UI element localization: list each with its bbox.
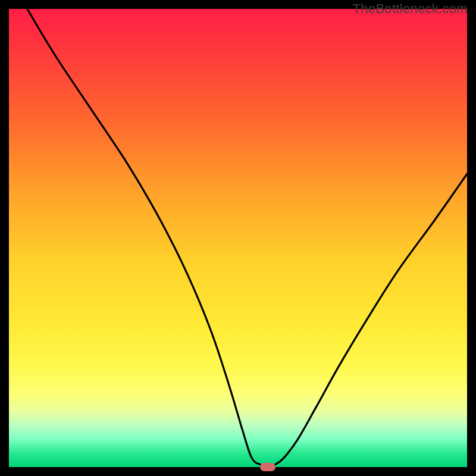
bottleneck-curve — [27, 9, 467, 467]
plot-area — [9, 9, 467, 467]
chart-frame: TheBottleneck.com — [0, 0, 476, 476]
watermark-text: TheBottleneck.com — [353, 1, 468, 17]
curve-layer — [9, 9, 467, 467]
optimal-point-marker — [260, 463, 275, 471]
